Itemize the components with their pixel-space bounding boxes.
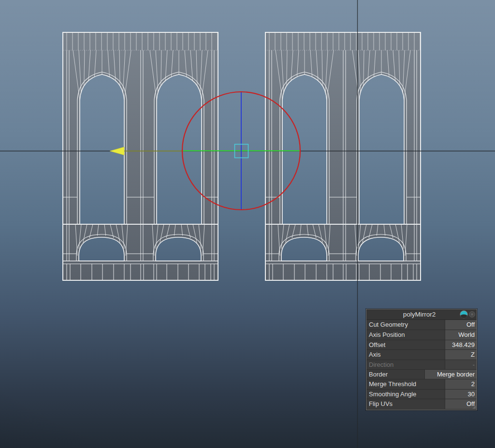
attr-label-direction: Direction: [366, 360, 445, 369]
attr-row-cut-geometry: Cut GeometryOff: [366, 320, 477, 330]
attr-value-cut-geometry[interactable]: Off: [445, 320, 477, 330]
panel-title-bar[interactable]: polyMirror2 =: [366, 309, 477, 320]
mirror-direction-arrow-handle[interactable]: [110, 147, 124, 155]
attr-label-offset: Offset: [366, 340, 445, 349]
attr-label-axis: Axis: [366, 350, 445, 359]
attr-label-axis-position: Axis Position: [366, 330, 445, 339]
attr-row-border: BorderMerge border: [366, 369, 477, 379]
in-view-editor-panel: polyMirror2 = Cut GeometryOffAxis Positi…: [366, 309, 477, 410]
attr-value-merge-threshold[interactable]: 2: [445, 379, 477, 389]
attr-row-smoothing-angle: Smoothing Angle30: [366, 389, 477, 399]
wireframe-mesh-right-panel[interactable]: [265, 32, 421, 280]
attr-row-flip-uvs: Flip UVsOff: [366, 399, 477, 408]
attr-row-merge-threshold: Merge Threshold2: [366, 379, 477, 389]
attr-label-flip-uvs: Flip UVs: [366, 399, 445, 408]
attr-value-offset[interactable]: 348.429: [445, 340, 477, 349]
viewport[interactable]: polyMirror2 = Cut GeometryOffAxis Positi…: [0, 0, 495, 448]
attr-row-axis-position: Axis PositionWorld: [366, 330, 477, 339]
resize-handle[interactable]: [472, 405, 476, 409]
attr-label-border: Border: [366, 370, 424, 379]
attr-row-axis: AxisZ: [366, 349, 477, 359]
attr-label-merge-threshold: Merge Threshold: [366, 379, 445, 389]
sphere-icon[interactable]: [460, 310, 468, 318]
attr-value-direction: -: [445, 360, 477, 369]
attr-value-axis-position[interactable]: World: [445, 330, 477, 339]
attr-row-offset: Offset348.429: [366, 340, 477, 349]
attr-value-border[interactable]: Merge border: [424, 370, 477, 379]
wireframe-mesh-left-panel[interactable]: [63, 32, 218, 280]
node-title: polyMirror2: [379, 311, 460, 318]
attr-label-cut-geometry: Cut Geometry: [366, 320, 445, 330]
attr-label-smoothing-angle: Smoothing Angle: [366, 390, 445, 399]
attr-value-smoothing-angle[interactable]: 30: [445, 390, 477, 399]
title-icons: =: [460, 310, 477, 318]
attr-value-axis[interactable]: Z: [445, 350, 477, 359]
attribute-rows: Cut GeometryOffAxis PositionWorldOffset3…: [366, 320, 477, 409]
menu-icon[interactable]: =: [469, 311, 475, 318]
attr-row-direction: Direction-: [366, 360, 477, 369]
